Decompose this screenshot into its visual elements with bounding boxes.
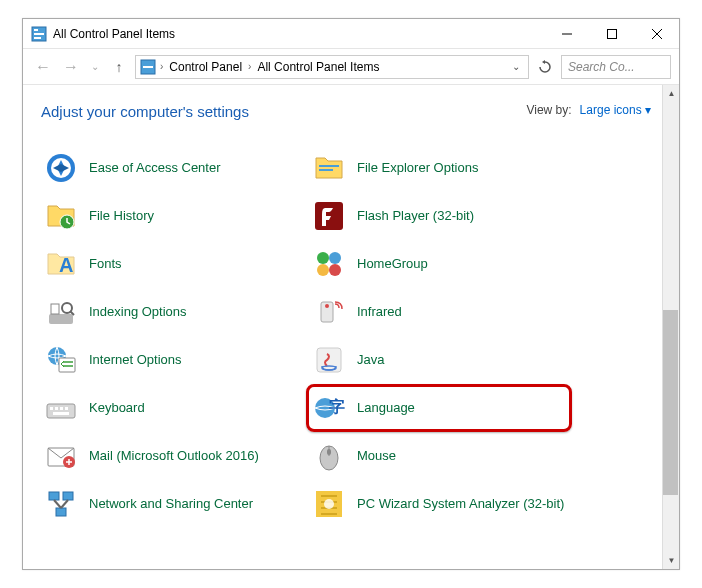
internet-options-icon xyxy=(45,344,77,376)
view-by-control: View by: Large icons ▾ xyxy=(526,103,651,117)
control-panel-item-keyboard[interactable]: Keyboard xyxy=(41,384,301,432)
navbar: ← → ⌄ ↑ › Control Panel › All Control Pa… xyxy=(23,49,679,85)
content-area: Adjust your computer's settings View by:… xyxy=(23,85,679,569)
item-label: Java xyxy=(357,352,384,368)
control-panel-item-fonts[interactable]: AFonts xyxy=(41,240,301,288)
svg-point-26 xyxy=(325,304,329,308)
item-label: Flash Player (32-bit) xyxy=(357,208,474,224)
item-label: Keyboard xyxy=(89,400,145,416)
item-label: PC Wizard System Analyzer (32-bit) xyxy=(357,496,564,512)
breadcrumb-item[interactable]: Control Panel xyxy=(165,58,246,76)
item-label: Network and Sharing Center xyxy=(89,496,253,512)
refresh-button[interactable] xyxy=(533,55,557,79)
svg-text:A: A xyxy=(59,254,73,276)
item-label: Language xyxy=(357,400,415,416)
control-panel-item-language[interactable]: 字Language xyxy=(306,384,572,432)
scrollbar-thumb[interactable] xyxy=(663,310,678,495)
control-panel-icon xyxy=(31,26,47,42)
svg-rect-46 xyxy=(56,508,66,516)
view-by-dropdown[interactable]: Large icons ▾ xyxy=(580,103,651,117)
forward-button[interactable]: → xyxy=(59,55,83,79)
titlebar-left: All Control Panel Items xyxy=(31,26,175,42)
control-panel-item-mail[interactable]: Mail (Microsoft Outlook 2016) xyxy=(41,432,301,480)
file-explorer-options-icon xyxy=(313,152,345,184)
breadcrumb-dropdown[interactable]: ⌄ xyxy=(508,59,524,74)
control-panel-item-indexing[interactable]: Indexing Options xyxy=(41,288,301,336)
item-label: Mail (Microsoft Outlook 2016) xyxy=(89,448,259,464)
svg-line-48 xyxy=(61,500,68,508)
control-panel-item-flash-player[interactable]: Flash Player (32-bit) xyxy=(309,192,569,240)
svg-rect-36 xyxy=(53,412,69,415)
item-label: File History xyxy=(89,208,154,224)
svg-rect-45 xyxy=(63,492,73,500)
control-panel-item-pc-wizard[interactable]: PC Wizard System Analyzer (32-bit) xyxy=(309,480,569,528)
fonts-icon: A xyxy=(45,248,77,280)
control-panel-item-file-history[interactable]: File History xyxy=(41,192,301,240)
minimize-button[interactable] xyxy=(544,19,589,48)
java-icon xyxy=(313,344,345,376)
svg-rect-33 xyxy=(55,407,58,410)
chevron-right-icon: › xyxy=(160,61,163,72)
control-panel-item-infrared[interactable]: Infrared xyxy=(309,288,569,336)
maximize-button[interactable] xyxy=(589,19,634,48)
item-label: File Explorer Options xyxy=(357,160,478,176)
file-history-icon xyxy=(45,200,77,232)
svg-point-20 xyxy=(329,264,341,276)
svg-rect-34 xyxy=(60,407,63,410)
flash-player-icon xyxy=(313,200,345,232)
svg-rect-13 xyxy=(319,169,333,171)
window-controls xyxy=(544,19,679,48)
language-icon: 字 xyxy=(313,392,345,424)
scroll-down-button[interactable]: ▼ xyxy=(663,552,680,569)
ease-of-access-icon xyxy=(45,152,77,184)
control-panel-item-java[interactable]: Java xyxy=(309,336,569,384)
close-button[interactable] xyxy=(634,19,679,48)
window-title: All Control Panel Items xyxy=(53,27,175,41)
chevron-right-icon: › xyxy=(248,61,251,72)
svg-rect-29 xyxy=(317,348,341,372)
items-grid: Ease of Access CenterFile Explorer Optio… xyxy=(41,144,679,528)
pc-wizard-icon xyxy=(313,488,345,520)
control-panel-item-network[interactable]: Network and Sharing Center xyxy=(41,480,301,528)
svg-rect-21 xyxy=(49,314,73,324)
item-label: Infrared xyxy=(357,304,402,320)
svg-line-47 xyxy=(54,500,61,508)
svg-point-50 xyxy=(324,499,334,509)
breadcrumb-item[interactable]: All Control Panel Items xyxy=(253,58,383,76)
keyboard-icon xyxy=(45,392,77,424)
svg-rect-31 xyxy=(47,404,75,418)
svg-point-19 xyxy=(317,264,329,276)
back-button[interactable]: ← xyxy=(31,55,55,79)
control-panel-item-file-explorer-options[interactable]: File Explorer Options xyxy=(309,144,569,192)
indexing-icon xyxy=(45,296,77,328)
scrollbar[interactable]: ▲ ▼ xyxy=(662,85,679,569)
svg-rect-9 xyxy=(143,66,153,68)
up-button[interactable]: ↑ xyxy=(107,55,131,79)
view-by-label: View by: xyxy=(526,103,571,117)
control-panel-item-internet-options[interactable]: Internet Options xyxy=(41,336,301,384)
homegroup-icon xyxy=(313,248,345,280)
mail-icon xyxy=(45,440,77,472)
item-label: Mouse xyxy=(357,448,396,464)
control-panel-item-mouse[interactable]: Mouse xyxy=(309,432,569,480)
control-panel-icon xyxy=(140,59,156,75)
item-label: Indexing Options xyxy=(89,304,187,320)
mouse-icon xyxy=(313,440,345,472)
svg-rect-44 xyxy=(49,492,59,500)
svg-rect-2 xyxy=(34,29,38,31)
svg-rect-22 xyxy=(51,304,59,314)
svg-rect-1 xyxy=(34,33,44,35)
control-panel-window: All Control Panel Items ← → ⌄ ↑ › Contro… xyxy=(22,18,680,570)
svg-rect-35 xyxy=(65,407,68,410)
item-label: Ease of Access Center xyxy=(89,160,221,176)
control-panel-item-ease-of-access[interactable]: Ease of Access Center xyxy=(41,144,301,192)
svg-rect-5 xyxy=(607,29,616,38)
control-panel-item-homegroup[interactable]: HomeGroup xyxy=(309,240,569,288)
svg-rect-12 xyxy=(319,165,339,167)
svg-point-18 xyxy=(329,252,341,264)
history-dropdown[interactable]: ⌄ xyxy=(87,55,103,79)
scroll-up-button[interactable]: ▲ xyxy=(663,85,680,102)
search-input[interactable]: Search Co... xyxy=(561,55,671,79)
svg-rect-3 xyxy=(34,37,41,39)
breadcrumb-bar[interactable]: › Control Panel › All Control Panel Item… xyxy=(135,55,529,79)
